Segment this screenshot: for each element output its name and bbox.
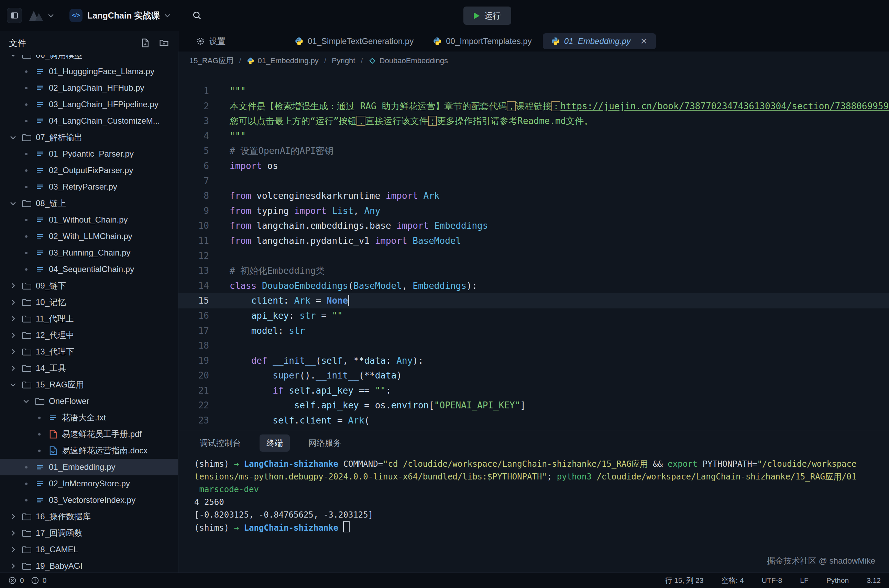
line-number[interactable]: 17 <box>178 324 209 339</box>
panel-tab[interactable]: 网络服务 <box>301 435 348 452</box>
status-item[interactable]: UTF-8 <box>762 576 782 585</box>
tree-item[interactable]: 10_记忆 <box>0 294 178 310</box>
close-icon[interactable]: ✕ <box>640 37 648 46</box>
new-folder-icon[interactable] <box>159 38 169 48</box>
breadcrumb-item[interactable]: 01_Embedding.py <box>247 56 319 65</box>
status-item[interactable]: LF <box>800 576 809 585</box>
line-number[interactable]: 11 <box>178 234 209 249</box>
code-line[interactable]: 4""" <box>178 129 889 144</box>
line-number[interactable]: 8 <box>178 189 209 204</box>
code-line[interactable]: 17 model: str <box>178 324 889 339</box>
error-count[interactable]: 0 <box>20 576 24 585</box>
code-line[interactable]: 21 if self.api_key == "": <box>178 383 889 398</box>
line-number[interactable]: 4 <box>178 129 209 144</box>
code-line[interactable]: 12 <box>178 249 889 264</box>
tree-item[interactable]: 易速鲜花员工手册.pdf <box>0 426 178 442</box>
line-number[interactable]: 22 <box>178 398 209 413</box>
project-name[interactable]: LangChain 实战课 <box>87 10 160 21</box>
line-number[interactable]: 5 <box>178 144 209 159</box>
tree-item[interactable]: 03_VectorstoreIndex.py <box>0 492 178 508</box>
tree-item[interactable]: 01_HugggingFace_Llama.py <box>0 63 178 80</box>
line-number[interactable]: 7 <box>178 174 209 189</box>
tree-item[interactable]: 03_RetryParser.py <box>0 178 178 195</box>
code-line[interactable]: 9from typing import List, Any <box>178 204 889 219</box>
line-number[interactable]: 3 <box>178 114 209 129</box>
breadcrumb-item[interactable]: DoubaoEmbeddings <box>369 56 448 65</box>
editor-tab[interactable]: 01_SimpleTextGeneration.py <box>286 33 422 49</box>
code-line[interactable]: 13# 初始化Embedding类 <box>178 263 889 279</box>
tree-item[interactable]: 14_工具 <box>0 360 178 376</box>
breadcrumb-item[interactable]: 15_RAG应用 <box>190 56 233 66</box>
code-line[interactable]: 22 self.api_key = os.environ["OPENAI_API… <box>178 398 889 413</box>
tree-item[interactable]: 13_代理下 <box>0 344 178 360</box>
tree-item[interactable]: 16_操作数据库 <box>0 508 178 525</box>
code-line[interactable]: 20 super().__init__(**data) <box>178 368 889 383</box>
code-line[interactable]: 7 <box>178 174 889 189</box>
line-number[interactable]: 6 <box>178 159 209 174</box>
tree-item[interactable]: 02_LangChain_HFHub.py <box>0 80 178 96</box>
project-chevron-down-icon[interactable] <box>163 11 171 20</box>
tree-item[interactable]: 02_With_LLMChain.py <box>0 228 178 244</box>
code-line[interactable]: 6import os <box>178 159 889 174</box>
code-line[interactable]: 11from langchain.pydantic_v1 import Base… <box>178 234 889 249</box>
tree-item[interactable]: 08_链上 <box>0 195 178 212</box>
tree-item[interactable]: 12_代理中 <box>0 327 178 344</box>
tree-item[interactable]: 09_链下 <box>0 278 178 294</box>
code-line[interactable]: 14class DoubaoEmbeddings(BaseModel, Embe… <box>178 279 889 294</box>
code-line[interactable]: 16 api_key: str = "" <box>178 308 889 324</box>
status-item[interactable]: 3.12 <box>866 576 881 585</box>
editor-tab[interactable]: 设置 <box>188 33 234 49</box>
tree-item[interactable]: 06_调用模型 <box>0 55 178 63</box>
editor-tab[interactable]: 01_Embedding.py✕ <box>543 33 656 49</box>
status-item[interactable]: 行 15, 列 23 <box>665 576 703 585</box>
line-number[interactable]: 12 <box>178 249 209 264</box>
tree-item[interactable]: OneFlower <box>0 393 178 410</box>
tree-item[interactable]: 04_SequentialChain.py <box>0 261 178 278</box>
line-number[interactable]: 15 <box>178 293 209 308</box>
line-number[interactable]: 14 <box>178 279 209 294</box>
panel-tab[interactable]: 调试控制台 <box>193 435 248 452</box>
tree-item[interactable]: 11_代理上 <box>0 310 178 327</box>
tree-item[interactable]: 18_CAMEL <box>0 541 178 558</box>
code-line[interactable]: 19 def __init__(self, **data: Any): <box>178 353 889 369</box>
code-line[interactable]: 3您可以点击最上方的“运行”按钮，直接运行该文件；更多操作指引请参考Readme… <box>178 114 889 129</box>
line-number[interactable]: 10 <box>178 219 209 234</box>
tree-item[interactable]: 02_OutputFixParser.py <box>0 162 178 178</box>
tree-item[interactable]: 02_InMemoryStore.py <box>0 476 178 492</box>
sidebar-toggle-button[interactable] <box>7 8 22 23</box>
line-number[interactable]: 16 <box>178 308 209 324</box>
line-number[interactable]: 1 <box>178 84 209 99</box>
code-editor[interactable]: 1"""2本文件是【检索增强生成：通过 RAG 助力鲜花运营】章节的配套代码，课… <box>178 70 889 430</box>
line-number[interactable]: 20 <box>178 368 209 383</box>
status-item[interactable]: 空格: 4 <box>721 576 743 585</box>
line-number[interactable]: 9 <box>178 204 209 219</box>
tree-item[interactable]: 04_LangChain_CustomizeM... <box>0 112 178 129</box>
terminal[interactable]: (shims) → LangChain-shizhanke COMMAND="c… <box>178 456 889 573</box>
warning-count[interactable]: 0 <box>43 576 47 585</box>
run-button[interactable]: 运行 <box>463 6 511 25</box>
breadcrumb-item[interactable]: Pyright <box>332 56 355 65</box>
code-line[interactable]: 1""" <box>178 84 889 99</box>
line-number[interactable]: 19 <box>178 353 209 369</box>
tree-item[interactable]: 易速鲜花运营指南.docx <box>0 442 178 459</box>
line-number[interactable]: 2 <box>178 99 209 114</box>
tree-item[interactable]: 01_Embedding.py <box>0 459 178 476</box>
code-line[interactable]: 23 self.client = Ark( <box>178 413 889 428</box>
line-number[interactable]: 23 <box>178 413 209 428</box>
tree-item[interactable]: 15_RAG应用 <box>0 376 178 393</box>
code-line[interactable]: 5# 设置OpenAI的API密钥 <box>178 144 889 159</box>
tree-item[interactable]: 07_解析输出 <box>0 129 178 146</box>
code-line[interactable]: 18 <box>178 338 889 353</box>
problems-summary[interactable]: 0 0 <box>8 576 50 585</box>
tree-item[interactable]: 19_BabyAGI <box>0 558 178 573</box>
tree-item[interactable]: 01_Pydantic_Parser.py <box>0 146 178 162</box>
tree-item[interactable]: 01_Without_Chain.py <box>0 212 178 228</box>
status-item[interactable]: Python <box>826 576 849 585</box>
line-number[interactable]: 18 <box>178 338 209 353</box>
tree-item[interactable]: 03_Running_Chain.py <box>0 244 178 261</box>
code-line[interactable]: 2本文件是【检索增强生成：通过 RAG 助力鲜花运营】章节的配套代码，课程链接：… <box>178 99 889 114</box>
code-line[interactable]: 8from volcenginesdkarkruntime import Ark <box>178 189 889 204</box>
tree-item[interactable]: 花语大全.txt <box>0 410 178 426</box>
editor-tab[interactable]: 00_ImportTemplates.py <box>424 33 540 49</box>
code-line[interactable]: 10from langchain.embeddings.base import … <box>178 219 889 234</box>
